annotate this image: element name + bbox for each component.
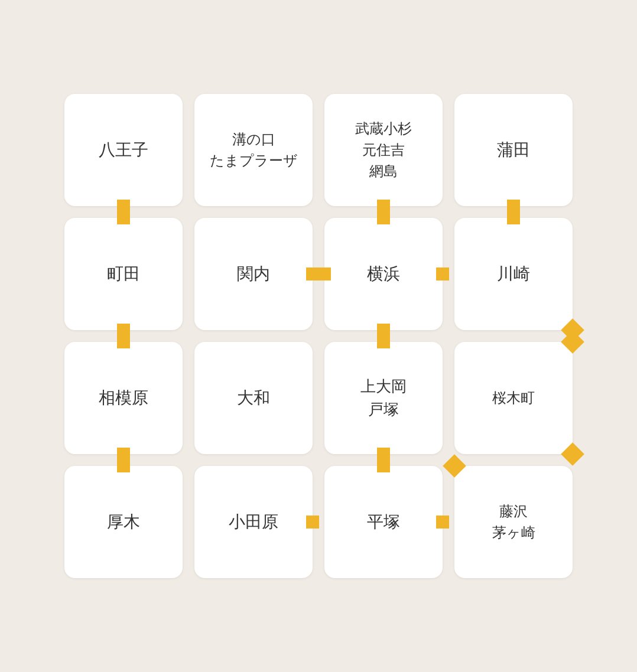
connector-hachioji-bottom [117, 200, 130, 213]
cell-kannai[interactable]: 関内 [188, 212, 318, 336]
card-musashikosugi[interactable]: 武蔵小杉元住吉網島 [324, 94, 443, 206]
connector-odawara-right [306, 516, 319, 529]
card-hachioji[interactable]: 八王子 [64, 94, 183, 206]
connector-kamiooka-bottom [377, 448, 390, 461]
card-kamiooka[interactable]: 上大岡戸塚 [324, 342, 443, 454]
cell-yokohama[interactable]: 横浜 [318, 212, 448, 336]
station-grid: 八王子 溝の口たまプラーザ 武蔵小杉元住吉網島 蒲田 [41, 70, 596, 602]
cell-yamato[interactable]: 大和 [188, 336, 318, 460]
card-yamato[interactable]: 大和 [194, 342, 313, 454]
card-mizonokuchi[interactable]: 溝の口たまプラーザ [194, 94, 313, 206]
cell-sagamihara[interactable]: 相模原 [58, 336, 188, 460]
connector-machida-bottom [117, 324, 130, 337]
connector-sagamihara-top [117, 335, 130, 348]
connector-yokohama-bottom [377, 324, 390, 337]
connector-kawasaki-top [507, 211, 520, 224]
cell-mizonokuchi[interactable]: 溝の口たまプラーザ [188, 88, 318, 212]
cell-hachioji[interactable]: 八王子 [58, 88, 188, 212]
connector-sagamihara-bottom [117, 448, 130, 461]
card-machida[interactable]: 町田 [64, 218, 183, 330]
card-kawasaki[interactable]: 川崎 [454, 218, 573, 330]
connector-yokohama-top [377, 211, 390, 224]
cell-atsugi[interactable]: 厚木 [58, 460, 188, 584]
connector-yokohama-left [318, 268, 331, 280]
card-sagamihara[interactable]: 相模原 [64, 342, 183, 454]
card-hiratsuka[interactable]: 平塚 [324, 466, 443, 578]
connector-machida-top [117, 211, 130, 224]
cell-hiratsuka[interactable]: 平塚 [318, 460, 448, 584]
card-fujisawa[interactable]: 藤沢茅ヶ崎 [454, 466, 573, 578]
connector-yokohama-right [436, 268, 449, 280]
cell-kamata[interactable]: 蒲田 [448, 88, 578, 212]
card-yokohama[interactable]: 横浜 [324, 218, 443, 330]
cell-machida[interactable]: 町田 [58, 212, 188, 336]
card-sakuragicho[interactable]: 桜木町 [454, 342, 573, 454]
connector-kamata-bottom [507, 200, 520, 213]
cell-kawasaki[interactable]: 川崎 [448, 212, 578, 336]
connector-musashikosugi-bottom [377, 200, 390, 213]
cell-fujisawa[interactable]: 藤沢茅ヶ崎 [448, 460, 578, 584]
connector-kamiooka-top [377, 335, 390, 348]
card-kamata[interactable]: 蒲田 [454, 94, 573, 206]
connector-hiratsuka-top [377, 459, 390, 472]
card-kannai[interactable]: 関内 [194, 218, 313, 330]
cell-kamiooka[interactable]: 上大岡戸塚 [318, 336, 448, 460]
card-odawara[interactable]: 小田原 [194, 466, 313, 578]
cell-sakuragicho[interactable]: 桜木町 [448, 336, 578, 460]
cell-musashikosugi[interactable]: 武蔵小杉元住吉網島 [318, 88, 448, 212]
connector-kannai-right [306, 268, 319, 280]
card-atsugi[interactable]: 厚木 [64, 466, 183, 578]
connector-hiratsuka-right [436, 516, 449, 529]
connector-atsugi-top [117, 459, 130, 472]
cell-odawara[interactable]: 小田原 [188, 460, 318, 584]
